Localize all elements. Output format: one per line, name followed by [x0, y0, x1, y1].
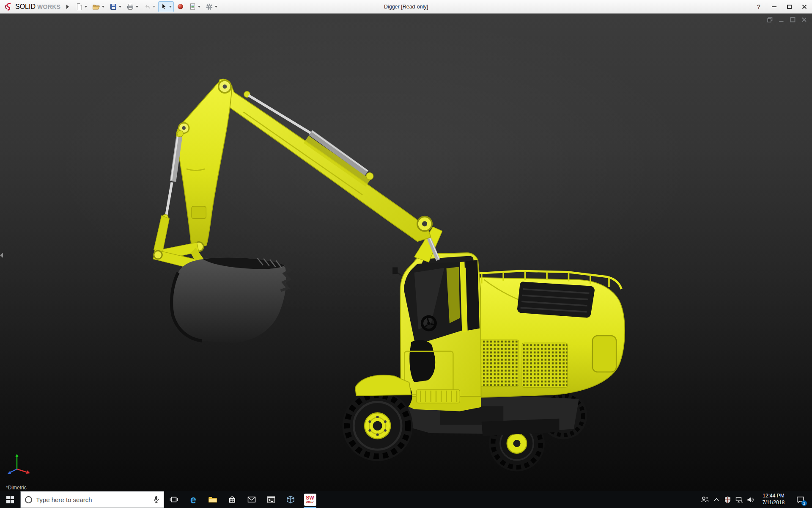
close-button[interactable] — [797, 0, 812, 13]
dropdown-caret[interactable] — [85, 6, 87, 8]
taskbar: e — [0, 491, 812, 508]
new-document-button[interactable] — [73, 1, 89, 12]
taskbar-clock[interactable]: 12:44 PM 7/11/2018 — [756, 493, 791, 506]
cortana-icon — [25, 496, 32, 503]
dropdown-caret[interactable] — [153, 6, 155, 8]
main-toolbar — [73, 1, 219, 12]
mail-icon — [247, 496, 256, 503]
solidworks-taskbar-button[interactable]: SW 2017 — [300, 491, 320, 508]
save-button[interactable] — [107, 1, 123, 12]
store-button[interactable] — [222, 491, 242, 508]
solidworks-icon: SW 2017 — [304, 494, 316, 506]
windows-logo-icon — [6, 496, 14, 503]
options-button[interactable] — [203, 1, 219, 12]
boom-main — [176, 80, 232, 251]
edrawings-button[interactable] — [281, 491, 300, 508]
screen: SOLIDWORKS — [0, 0, 812, 508]
clock-date: 7/11/2018 — [756, 500, 791, 506]
bucket — [172, 257, 290, 343]
select-cursor-icon — [160, 3, 167, 10]
close-icon — [802, 4, 807, 9]
chevron-up-icon — [714, 498, 719, 501]
brand-solid: SOLID — [15, 3, 36, 11]
step-box — [416, 389, 460, 403]
notification-badge: 2 — [801, 500, 807, 506]
minimize-icon — [772, 6, 776, 7]
orientation-triad — [4, 451, 35, 478]
task-view-icon — [170, 496, 178, 503]
select-button[interactable] — [158, 1, 174, 12]
document-maximize-icon[interactable] — [790, 17, 796, 22]
document-properties-button[interactable] — [187, 1, 203, 12]
document-window-controls — [767, 17, 807, 22]
terminal-icon — [267, 496, 275, 503]
undo-button[interactable] — [141, 1, 157, 12]
edit-appearance-button[interactable] — [175, 1, 186, 12]
document-close-icon[interactable] — [801, 17, 807, 22]
brand-works: WORKS — [37, 3, 60, 10]
dropdown-caret[interactable] — [102, 6, 104, 8]
print-button[interactable] — [124, 1, 140, 12]
edge-icon: e — [190, 494, 196, 505]
microphone-icon[interactable] — [153, 496, 159, 503]
maximize-button[interactable] — [782, 0, 797, 13]
system-tray: 12:44 PM 7/11/2018 2 — [699, 491, 812, 508]
x-axis — [17, 469, 27, 472]
defender-button[interactable] — [722, 491, 733, 508]
speaker-icon — [747, 497, 754, 503]
print-icon — [126, 3, 134, 11]
excavator-model — [0, 14, 812, 491]
maximize-icon — [787, 5, 792, 9]
bucket-hydraulic-cylinder — [162, 130, 183, 221]
stick-hydraulic-cylinder — [244, 91, 373, 180]
network-button[interactable] — [733, 491, 745, 508]
boom-stick — [218, 79, 432, 242]
task-view-button[interactable] — [164, 491, 184, 508]
terminal-button[interactable] — [261, 491, 281, 508]
document-restore-icon[interactable] — [767, 17, 773, 22]
edge-button[interactable]: e — [184, 491, 203, 508]
dropdown-caret[interactable] — [169, 6, 172, 8]
feature-panel-collapsed-arrow[interactable] — [0, 253, 3, 258]
open-folder-icon — [92, 3, 100, 11]
hidden-icons-button[interactable] — [710, 491, 722, 508]
action-center-button[interactable]: 2 — [791, 491, 809, 508]
search-input[interactable] — [36, 496, 149, 503]
volume-button[interactable] — [745, 491, 756, 508]
window-title: Digger [Read-only] — [384, 4, 428, 10]
people-button[interactable] — [699, 491, 710, 508]
network-icon — [735, 497, 743, 503]
save-floppy-icon — [110, 3, 117, 11]
dropdown-caret[interactable] — [198, 6, 200, 8]
window-controls: ? — [751, 0, 812, 13]
start-button[interactable] — [0, 491, 20, 508]
defender-shield-icon — [724, 496, 731, 503]
new-document-icon — [75, 3, 83, 11]
titlebar: SOLIDWORKS — [0, 0, 812, 14]
dropdown-caret[interactable] — [136, 6, 138, 8]
store-icon — [228, 495, 236, 504]
file-explorer-button[interactable] — [203, 491, 222, 508]
z-axis — [10, 469, 17, 472]
seat — [409, 340, 435, 383]
document-properties-icon — [189, 3, 196, 10]
solidworks-logo: SOLIDWORKS — [0, 3, 64, 11]
dassault-logo-icon — [4, 3, 14, 11]
appearance-sphere-icon — [177, 3, 184, 10]
document-minimize-icon[interactable] — [779, 17, 784, 22]
help-button[interactable]: ? — [751, 0, 766, 13]
cab — [392, 253, 481, 396]
cube-icon — [286, 495, 295, 504]
dropdown-caret[interactable] — [119, 6, 121, 8]
minimize-button[interactable] — [766, 0, 782, 13]
dropdown-caret[interactable] — [215, 6, 217, 8]
file-explorer-icon — [208, 496, 217, 503]
clock-time: 12:44 PM — [756, 493, 791, 500]
side-grille — [522, 343, 568, 387]
toolbar-expand-arrow[interactable] — [66, 5, 69, 9]
mail-button[interactable] — [242, 491, 261, 508]
viewport-3d[interactable]: *Dimetric — [0, 14, 812, 491]
open-button[interactable] — [90, 1, 107, 12]
view-orientation-label: *Dimetric — [6, 485, 27, 491]
taskbar-search[interactable] — [20, 491, 164, 508]
